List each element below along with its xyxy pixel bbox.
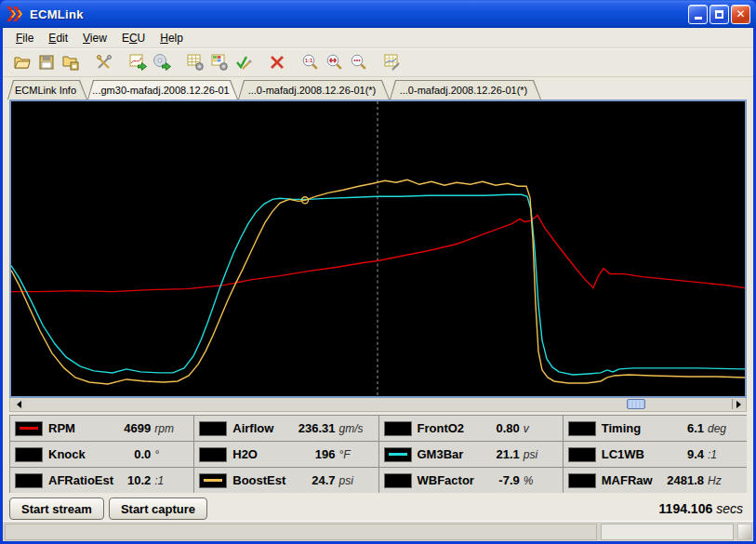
toolbar-table-settings-button[interactable] (183, 50, 207, 74)
toolbar-separator (174, 62, 183, 63)
grid-cell-airflow[interactable]: Airflow236.31gm/s (194, 416, 378, 441)
tools-icon (95, 53, 113, 72)
menubar: File Edit View ECU Help (3, 28, 753, 48)
status-panel-right (601, 524, 734, 540)
menu-view[interactable]: View (75, 29, 114, 47)
grid-cell-rpm[interactable]: RPM4699rpm (10, 416, 193, 441)
delete-x-icon (268, 53, 286, 72)
toolbar-image-export-button[interactable] (126, 50, 150, 74)
h2o-swatch (199, 447, 227, 462)
capture-time: 1194.106secs (659, 501, 747, 516)
lc1wb-swatch (568, 447, 596, 462)
menu-help[interactable]: Help (153, 29, 191, 47)
titlebar[interactable]: ECMLink ✕ (0, 0, 756, 28)
gm3bar-swatch (384, 447, 412, 462)
window-title: ECMLink (30, 7, 84, 21)
toolbar-folder-disk-button[interactable] (59, 50, 83, 74)
airflow-swatch (199, 421, 227, 436)
arrow-left-icon (17, 401, 21, 408)
mafraw-swatch (568, 473, 596, 488)
parameter-grid: RPM4699rpm Airflow236.31gm/s FrontO20.80… (9, 415, 747, 493)
toolbar-delete-button[interactable] (265, 50, 289, 74)
toolbar-tools-button[interactable] (92, 50, 116, 74)
map-settings-icon (210, 53, 229, 72)
grid-cell-mafraw[interactable]: MAFRaw2481.8Hz (564, 468, 747, 493)
knock-swatch (15, 447, 43, 462)
timing-swatch (568, 421, 596, 436)
maximize-icon (715, 10, 723, 19)
scroll-left-button[interactable] (12, 399, 25, 409)
image-export-icon (128, 53, 147, 72)
capture-time-value: 1194.106 (659, 501, 713, 516)
folder-disk-icon (61, 53, 80, 72)
capture-time-unit: secs (716, 501, 743, 516)
open-file-icon (13, 53, 32, 72)
toolbar-zoom-custom-button[interactable] (347, 50, 371, 74)
menu-ecu[interactable]: ECU (114, 29, 153, 47)
cd-export-icon (153, 53, 171, 72)
status-panel-left (5, 524, 597, 540)
toolbar-cd-export-button[interactable] (150, 50, 174, 74)
tab-ecmlink-info[interactable]: ECMLink Info (7, 80, 87, 100)
toolbar-separator (256, 62, 265, 63)
menu-edit[interactable]: Edit (41, 29, 75, 47)
tab-log-1[interactable]: ...gm30-mafadj.2008.12.26-01 (87, 80, 238, 100)
client-area: File Edit View ECU Help (3, 28, 753, 541)
menu-file[interactable]: File (8, 29, 41, 47)
wbfactor-swatch (384, 473, 412, 488)
arrow-right-icon (736, 401, 741, 408)
toolbar-separator (371, 62, 380, 63)
zoom-horizontal-icon (325, 53, 344, 72)
toolbar-graph-tools-button[interactable] (380, 50, 405, 74)
grid-cell-h2o[interactable]: H2O196°F (194, 442, 378, 467)
chart-panel[interactable] (9, 100, 747, 398)
toolbar-apply-check-button[interactable] (232, 50, 256, 74)
tab-log-2[interactable]: ...0-mafadj.2008.12.26-01(*) (238, 80, 390, 100)
start-capture-button[interactable]: Start capture (109, 498, 207, 520)
toolbar-zoom-actual-button[interactable]: 1:1 (298, 50, 323, 74)
start-stream-button[interactable]: Start stream (9, 498, 104, 520)
toolbar-open-file-button[interactable] (10, 50, 34, 74)
table-settings-icon (186, 53, 205, 72)
app-window: ECMLink ✕ File Edit View ECU Help (0, 0, 756, 544)
minimize-button[interactable] (688, 5, 708, 24)
zoom-actual-icon: 1:1 (301, 53, 320, 72)
toolbar-map-settings-button[interactable] (207, 50, 232, 74)
zoom-custom-icon (350, 53, 368, 72)
resize-grip[interactable] (737, 524, 752, 540)
graph-tools-icon (383, 53, 402, 72)
toolbar-separator (83, 62, 92, 63)
grid-cell-knock[interactable]: Knock0.0° (10, 442, 193, 467)
maximize-button[interactable] (710, 5, 729, 24)
minimize-icon (695, 17, 702, 20)
close-button[interactable]: ✕ (731, 5, 750, 24)
close-icon: ✕ (736, 8, 745, 20)
scroll-right-button[interactable] (732, 399, 745, 409)
svg-text:1:1: 1:1 (305, 58, 313, 63)
boostest-swatch (199, 473, 227, 488)
tab-log-3[interactable]: ...0-mafadj.2008.12.26-01(*) (390, 80, 541, 100)
scrollbar-thumb[interactable] (627, 399, 645, 409)
save-file-icon (37, 53, 56, 72)
toolbar-separator (116, 62, 126, 63)
grid-cell-fronto2[interactable]: FrontO20.80v (379, 416, 563, 441)
grid-cell-gm3bar[interactable]: GM3Bar21.1psi (379, 442, 563, 467)
toolbar-save-file-button[interactable] (34, 50, 59, 74)
statusbar (3, 521, 753, 541)
toolbar: 1:1 (3, 48, 753, 77)
grid-cell-afratioest[interactable]: AFRatioEst10.2:1 (10, 468, 193, 493)
chart-svg[interactable] (11, 101, 745, 396)
afratioest-swatch (15, 473, 43, 488)
grid-cell-timing[interactable]: Timing6.1deg (564, 416, 747, 441)
toolbar-zoom-horizontal-button[interactable] (323, 50, 347, 74)
toolbar-separator (289, 62, 298, 63)
rpm-swatch (15, 421, 43, 436)
chart-scrollbar[interactable] (9, 398, 747, 412)
tabbar: ECMLink Info ...gm30-mafadj.2008.12.26-0… (3, 77, 753, 100)
check-tool-icon (234, 53, 253, 72)
grid-cell-boostest[interactable]: BoostEst24.7psi (194, 468, 378, 493)
app-logo-icon (6, 6, 24, 22)
grid-cell-lc1wb[interactable]: LC1WB9.4:1 (564, 442, 747, 467)
control-row: Start stream Start capture 1194.106secs (9, 497, 747, 521)
grid-cell-wbfactor[interactable]: WBFactor-7.9% (379, 468, 563, 493)
